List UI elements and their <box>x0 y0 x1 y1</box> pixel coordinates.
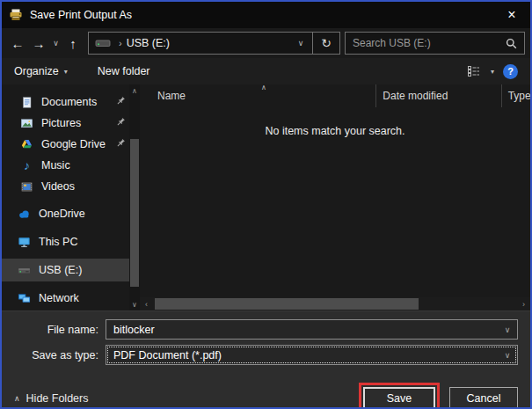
pin-icon <box>115 138 126 151</box>
sidebar-item-onedrive[interactable]: OneDrive <box>2 202 129 225</box>
organize-caret-icon: ▾ <box>64 68 68 76</box>
save-print-output-dialog: Save Print Output As × ← → ∨ ↑ › USB (E:… <box>0 0 532 409</box>
file-name-label: File name: <box>2 324 106 336</box>
horizontal-scrollbar-thumb[interactable] <box>155 298 419 310</box>
forward-icon[interactable]: → <box>28 32 49 55</box>
scroll-left-icon[interactable]: ‹ <box>140 297 153 310</box>
file-name-input[interactable] <box>113 324 499 336</box>
sidebar-item-label: Documents <box>41 96 97 108</box>
organize-label: Organize <box>14 65 59 77</box>
network-icon <box>18 292 31 305</box>
videos-icon <box>20 180 33 194</box>
up-icon[interactable]: ↑ <box>62 32 84 55</box>
refresh-icon[interactable]: ↻ <box>313 33 339 54</box>
address-bar[interactable]: › USB (E:) ∨ ↻ <box>88 32 340 55</box>
search-icon[interactable] <box>506 38 517 49</box>
usb-drive-icon <box>18 264 31 277</box>
sidebar-item-label: Pictures <box>41 117 81 129</box>
printer-icon <box>9 8 23 22</box>
empty-folder-message: No items match your search. <box>140 107 530 297</box>
pin-icon <box>115 96 126 109</box>
sidebar-item-videos[interactable]: Videos <box>2 176 129 197</box>
horizontal-scrollbar[interactable]: ‹ › <box>140 297 530 310</box>
close-button[interactable]: × <box>493 2 530 28</box>
sidebar-item-label: USB (E:) <box>39 264 82 276</box>
new-folder-label: New folder <box>98 65 150 77</box>
breadcrumb-location[interactable]: USB (E:) <box>127 37 170 49</box>
onedrive-icon <box>18 208 31 221</box>
help-icon[interactable]: ? <box>503 64 518 79</box>
address-dropdown-icon[interactable]: ∨ <box>289 33 312 54</box>
file-list: ∧ Name Date modified Type No items match… <box>140 84 530 310</box>
column-header-name[interactable]: Name <box>140 84 375 107</box>
search-input[interactable] <box>353 37 506 49</box>
navigation-pane: Documents Pictures <box>2 84 129 310</box>
file-name-caret-icon[interactable]: ∨ <box>499 325 515 334</box>
sidebar-item-label: Google Drive <box>41 138 106 150</box>
sidebar-item-label: Videos <box>41 180 75 193</box>
scroll-right-icon[interactable]: › <box>517 297 530 310</box>
view-caret-icon[interactable]: ▾ <box>491 68 494 76</box>
sidebar-item-pictures[interactable]: Pictures <box>2 113 129 134</box>
new-folder-button[interactable]: New folder <box>98 65 150 77</box>
music-icon: ♪ <box>20 159 33 172</box>
sidebar-item-label: This PC <box>39 236 77 248</box>
drive-icon <box>95 38 111 48</box>
scroll-down-icon[interactable]: ∨ <box>129 298 140 310</box>
sidebar-item-usb[interactable]: USB (E:) <box>2 259 129 281</box>
sidebar-scrollbar[interactable]: ∧ ∨ <box>129 84 140 310</box>
sidebar-item-label: Network <box>39 292 79 304</box>
pin-icon <box>115 117 126 130</box>
column-header-date-modified[interactable]: Date modified <box>375 84 500 107</box>
column-header-type[interactable]: Type <box>501 84 530 107</box>
save-as-type-value: PDF Document (*.pdf) <box>113 349 499 362</box>
document-icon <box>20 96 33 109</box>
pictures-icon <box>20 117 33 130</box>
back-icon[interactable]: ← <box>7 32 28 55</box>
sidebar-item-label: OneDrive <box>39 208 85 220</box>
recent-locations-icon[interactable]: ∨ <box>49 32 62 55</box>
save-button[interactable]: Save <box>363 387 435 409</box>
cancel-button[interactable]: Cancel <box>449 387 518 409</box>
details-view-icon[interactable] <box>468 66 482 77</box>
google-drive-icon <box>20 138 33 151</box>
organize-button[interactable]: Organize ▾ <box>14 65 68 77</box>
hide-folders-label: Hide Folders <box>26 392 89 405</box>
navigation-bar: ← → ∨ ↑ › USB (E:) ∨ ↻ <box>2 28 530 58</box>
window-title: Save Print Output As <box>30 9 132 21</box>
hide-folders-chevron-icon: ∧ <box>14 394 20 403</box>
breadcrumb-chevron-icon: › <box>119 38 122 48</box>
file-name-combo[interactable]: ∨ <box>106 319 518 340</box>
dialog-body: Documents Pictures <box>2 84 530 310</box>
column-headers: ∧ Name Date modified Type <box>140 84 530 107</box>
hide-folders-button[interactable]: ∧ Hide Folders <box>14 392 88 405</box>
scroll-up-icon[interactable]: ∧ <box>129 84 140 97</box>
sidebar-item-documents[interactable]: Documents <box>2 91 129 113</box>
sidebar-item-google-drive[interactable]: Google Drive <box>2 134 129 155</box>
sidebar-item-label: Music <box>41 159 70 172</box>
sidebar-scrollbar-thumb[interactable] <box>130 139 139 287</box>
this-pc-icon <box>18 236 31 249</box>
sidebar-item-network[interactable]: Network <box>2 287 129 310</box>
toolbar: Organize ▾ New folder ▾ ? <box>2 58 530 84</box>
save-button-highlight: Save <box>359 383 440 409</box>
sidebar-item-this-pc[interactable]: This PC <box>2 230 129 253</box>
sort-ascending-icon: ∧ <box>261 84 266 91</box>
save-as-type-caret-icon[interactable]: ∨ <box>499 351 515 360</box>
sidebar-item-music[interactable]: ♪ Music <box>2 155 129 176</box>
save-as-type-combo[interactable]: PDF Document (*.pdf) ∨ <box>106 345 518 365</box>
dialog-footer: File name: ∨ Save as type: PDF Document … <box>2 310 530 407</box>
horizontal-scrollbar-track[interactable] <box>153 297 517 310</box>
search-box[interactable] <box>345 32 525 55</box>
titlebar: Save Print Output As × <box>2 2 530 28</box>
save-as-type-label: Save as type: <box>2 349 106 362</box>
